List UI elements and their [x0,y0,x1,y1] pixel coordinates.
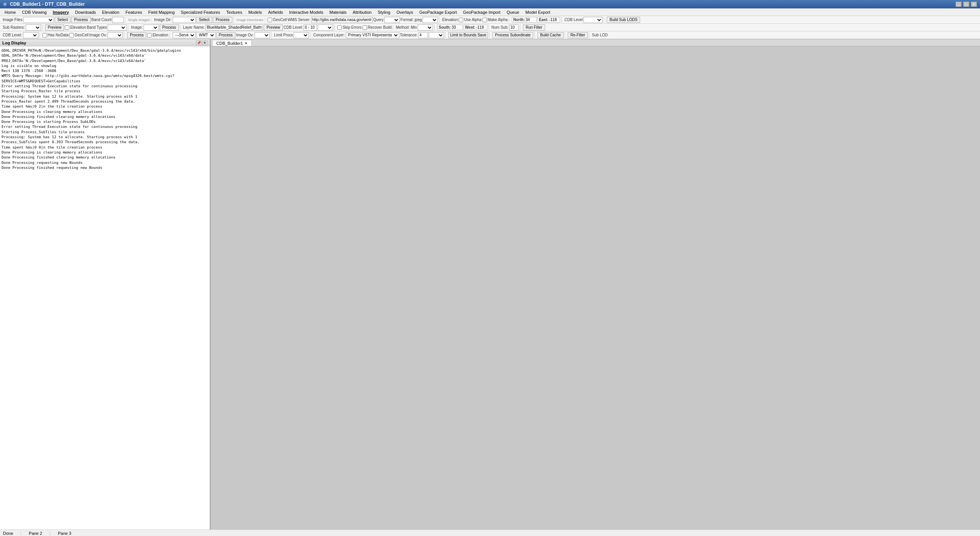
select-button-1[interactable]: Select [55,17,71,23]
log-line: GDAL_DRIVER_PATH=N:/Development/Dev_Base… [2,48,208,53]
log-line: Done Processing finished clearing memory… [2,155,208,160]
log-line: Error setting Thread Execution state for… [2,124,208,129]
image-ov-select[interactable] [108,32,123,38]
use-alpha-label: Use Alpha [464,18,482,22]
image-dir-select[interactable] [173,17,196,23]
panel-close-button[interactable]: ✕ [202,41,207,45]
log-line: Error setting Thread Execution state for… [2,83,208,88]
menu-textures[interactable]: Textures [223,8,245,16]
panel-controls: 📌 ✕ [196,41,207,45]
east-value: -118 [549,18,559,22]
north-label: North: [513,18,525,22]
log-line: Starting Process_Raster tile process [2,88,208,93]
format-label: Format: jpeg [400,18,422,22]
layer-name-input[interactable] [206,25,263,31]
menu-imagery[interactable]: Imagery [50,8,72,16]
preview-button-2[interactable]: Preview [264,25,283,31]
build-sub-lods-button[interactable]: Build Sub LODS [607,17,640,23]
geocell-checkbox[interactable] [268,18,272,22]
menu-styling[interactable]: Styling [375,8,394,16]
log-line: Rect 138 1376 -2560 -3608 [2,68,208,73]
wms-server-input[interactable] [311,17,372,23]
limit-to-bounds-label: Limit to Bounds [450,33,477,37]
image-files-select[interactable] [23,17,54,23]
close-button[interactable]: ✕ [971,2,977,7]
log-line: Done Processing requesting new Bounds [2,160,208,165]
recover-build-checkbox[interactable] [363,25,367,30]
make-alpha-label: Make Alpha [488,18,508,22]
service-select[interactable]: ---Service--- [173,32,196,38]
menu-queue[interactable]: Queue [503,8,522,16]
menu-interactive-models[interactable]: Interactive Models [286,8,326,16]
process-button-1[interactable]: Process [71,17,90,23]
menu-features[interactable]: Features [122,8,145,16]
preview-button-1[interactable]: Preview [45,25,64,31]
elevation-checkbox-2[interactable] [65,25,69,30]
process-button-dir[interactable]: Process [213,17,232,23]
re-filter-button[interactable]: Re-Filter [568,32,588,38]
log-line: Process_Raster spent 2.499 ThreadSeconds… [2,99,208,104]
make-alpha-checkbox[interactable] [482,18,487,22]
cdb-level-input[interactable] [304,25,317,31]
skip-errors-label: Skip Errors [343,25,361,29]
geocell-checkbox-2[interactable] [69,33,74,38]
band-types-select[interactable] [108,25,127,31]
num-sub-input[interactable] [509,25,519,31]
menu-geopackage-export[interactable]: GeoPackage Export [416,8,460,16]
menu-model-export[interactable]: Model Export [522,8,553,16]
process-button-2[interactable]: Process [160,25,179,31]
tolerance-select[interactable] [429,32,444,38]
query-select[interactable] [384,17,400,23]
skip-errors-checkbox[interactable] [337,25,342,30]
format-select[interactable] [423,17,438,23]
status-separator-2 [50,531,50,536]
use-alpha-checkbox[interactable] [459,18,463,22]
sub-rasters-select[interactable] [26,25,41,31]
minimize-button[interactable]: _ [956,2,962,7]
tab-close-button[interactable]: ✕ [245,41,248,45]
band-types-label: Band Types [87,25,107,29]
cdb-level-select-2[interactable] [318,25,333,31]
status-bar: Done Pane 2 Pane 3 [0,529,980,536]
method-select[interactable] [418,25,433,31]
image-select[interactable] [144,25,159,31]
south-value: 33 [452,25,461,29]
run-filter-button[interactable]: Run Filter [523,25,545,31]
cdb-lev-label: CDB Level: [3,33,22,37]
menu-elevation[interactable]: Elevation [99,8,122,16]
west-coord: West: -119 [464,25,487,30]
limit-procs-select[interactable] [294,32,309,38]
maximize-button[interactable]: □ [963,2,969,7]
elevation-checkbox-3[interactable] [147,33,152,38]
menu-materials[interactable]: Materials [327,8,350,16]
wmts-select[interactable]: WMTS [196,32,216,38]
cdb-level-select-1[interactable] [583,17,603,23]
menu-specialized-features[interactable]: Specialized Features [178,8,223,16]
panel-pin-button[interactable]: 📌 [196,41,201,45]
process-button-4[interactable]: Process [216,32,235,38]
cdb-lev-select[interactable] [23,32,38,38]
process-button-3[interactable]: Process [127,32,146,38]
band-count-input[interactable] [112,17,124,23]
menu-downloads[interactable]: Downloads [72,8,99,16]
menu-home[interactable]: Home [2,8,19,16]
menu-field-mapping[interactable]: Field Mapping [145,8,178,16]
component-layer-select[interactable]: Primary VSTI Representation [346,32,399,38]
select-button-2[interactable]: Select [196,17,212,23]
image-ov-select-2[interactable] [255,32,270,38]
menu-cdb-viewing[interactable]: CDB Viewing [19,8,50,16]
menu-models[interactable]: Models [245,8,265,16]
menu-geopackage-import[interactable]: GeoPackage Import [460,8,504,16]
tab-cdb-builder1[interactable]: CDB_Builder1 ✕ [212,40,252,46]
log-content[interactable]: GDAL_DRIVER_PATH=N:/Development/Dev_Base… [0,46,210,529]
tolerance-input[interactable] [418,32,428,38]
limit-to-bounds-save-button[interactable]: Limit to Bounds Save [448,32,488,38]
process-subordinate-button[interactable]: Process Subordinate [492,32,533,38]
menu-airfields[interactable]: Airfields [265,8,286,16]
menu-overlays[interactable]: Overlays [394,8,416,16]
app-icon: ⚙ [3,2,7,7]
has-nodata-checkbox[interactable] [42,33,47,38]
menu-attribution[interactable]: Attribution [350,8,375,16]
log-panel: Log Display 📌 ✕ GDAL_DRIVER_PATH=N:/Deve… [0,39,211,529]
build-cache-button[interactable]: Build Cache [537,32,564,38]
